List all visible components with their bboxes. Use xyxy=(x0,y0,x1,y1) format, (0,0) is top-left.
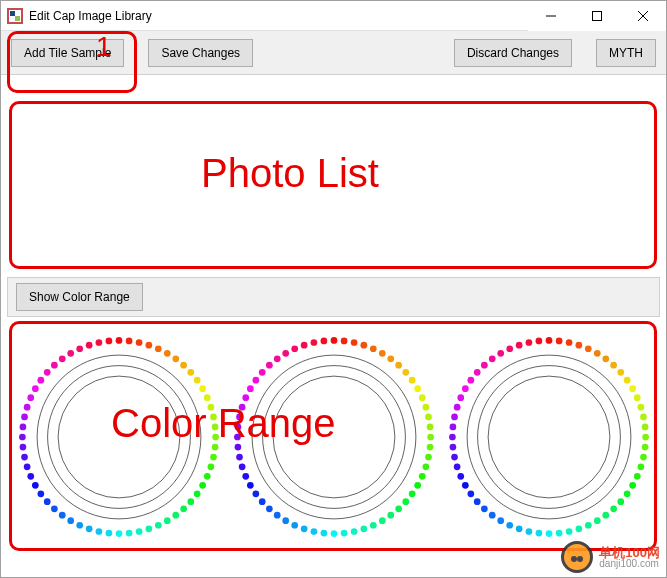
svg-point-81 xyxy=(395,362,402,369)
svg-point-129 xyxy=(282,350,289,357)
svg-point-147 xyxy=(629,385,636,392)
svg-point-11 xyxy=(115,337,122,344)
svg-point-34 xyxy=(180,505,187,512)
svg-point-48 xyxy=(51,505,58,512)
svg-rect-3 xyxy=(15,16,20,21)
svg-point-96 xyxy=(402,498,409,505)
close-button[interactable] xyxy=(620,1,666,31)
close-icon xyxy=(638,11,648,21)
svg-point-117 xyxy=(236,454,243,461)
myth-button[interactable]: MYTH xyxy=(596,39,656,67)
svg-point-107 xyxy=(300,526,307,533)
svg-point-132 xyxy=(310,339,317,346)
svg-point-63 xyxy=(43,369,50,376)
svg-point-78 xyxy=(369,345,376,352)
svg-point-45 xyxy=(76,522,83,529)
svg-point-30 xyxy=(203,473,210,480)
svg-point-55 xyxy=(19,444,26,451)
window-title: Edit Cap Image Library xyxy=(29,9,528,23)
svg-rect-5 xyxy=(593,12,602,21)
svg-point-112 xyxy=(258,498,265,505)
svg-point-135 xyxy=(477,366,620,509)
svg-point-114 xyxy=(246,482,253,489)
svg-point-131 xyxy=(300,342,307,349)
svg-point-73 xyxy=(252,355,416,519)
svg-point-71 xyxy=(273,376,395,498)
svg-point-44 xyxy=(85,526,92,533)
svg-point-182 xyxy=(449,434,456,441)
save-changes-button[interactable]: Save Changes xyxy=(148,39,253,67)
svg-point-14 xyxy=(145,342,152,349)
svg-point-8 xyxy=(58,376,180,498)
svg-point-152 xyxy=(642,434,649,441)
svg-point-86 xyxy=(422,404,429,411)
svg-point-88 xyxy=(426,424,433,431)
svg-point-54 xyxy=(21,454,28,461)
svg-point-116 xyxy=(238,463,245,470)
svg-point-68 xyxy=(85,342,92,349)
svg-point-93 xyxy=(418,473,425,480)
svg-point-19 xyxy=(187,369,194,376)
svg-point-41 xyxy=(115,530,122,537)
svg-point-60 xyxy=(27,394,34,401)
app-window: Edit Cap Image Library Add Tile Sample S… xyxy=(0,0,667,578)
svg-point-192 xyxy=(497,350,504,357)
svg-point-95 xyxy=(408,490,415,497)
minimize-button[interactable] xyxy=(528,1,574,31)
svg-point-106 xyxy=(310,528,317,535)
svg-point-167 xyxy=(545,530,552,537)
svg-point-155 xyxy=(637,463,644,470)
maximize-button[interactable] xyxy=(574,1,620,31)
show-color-range-button[interactable]: Show Color Range xyxy=(16,283,143,311)
svg-point-29 xyxy=(207,463,214,470)
svg-point-183 xyxy=(449,424,456,431)
svg-point-121 xyxy=(236,414,243,421)
svg-point-72 xyxy=(262,366,405,509)
svg-point-109 xyxy=(282,517,289,524)
svg-point-49 xyxy=(43,498,50,505)
svg-point-189 xyxy=(473,369,480,376)
svg-point-138 xyxy=(555,338,562,345)
svg-point-181 xyxy=(449,444,456,451)
svg-point-69 xyxy=(95,339,102,346)
svg-point-185 xyxy=(453,404,460,411)
watermark-line2: danji100.com xyxy=(599,559,660,569)
svg-point-149 xyxy=(637,404,644,411)
svg-point-176 xyxy=(467,490,474,497)
svg-point-51 xyxy=(31,482,38,489)
svg-point-66 xyxy=(67,350,74,357)
svg-point-17 xyxy=(172,355,179,362)
maximize-icon xyxy=(592,11,602,21)
minimize-icon xyxy=(546,11,556,21)
svg-point-196 xyxy=(535,338,542,345)
svg-point-26 xyxy=(212,434,219,441)
svg-point-62 xyxy=(37,377,44,384)
svg-point-159 xyxy=(617,498,624,505)
svg-point-180 xyxy=(451,454,458,461)
svg-point-161 xyxy=(602,512,609,519)
svg-point-139 xyxy=(565,339,572,346)
svg-point-101 xyxy=(360,526,367,533)
svg-point-168 xyxy=(535,530,542,537)
svg-point-160 xyxy=(610,505,617,512)
svg-point-146 xyxy=(623,377,630,384)
svg-point-16 xyxy=(163,350,170,357)
svg-point-137 xyxy=(545,337,552,344)
discard-changes-button[interactable]: Discard Changes xyxy=(454,39,572,67)
svg-point-127 xyxy=(266,362,273,369)
add-tile-sample-button[interactable]: Add Tile Sample xyxy=(11,39,124,67)
svg-point-90 xyxy=(426,444,433,451)
svg-point-47 xyxy=(58,512,65,519)
svg-point-80 xyxy=(387,355,394,362)
svg-point-99 xyxy=(378,517,385,524)
svg-point-35 xyxy=(172,512,179,519)
svg-point-143 xyxy=(602,355,609,362)
svg-point-59 xyxy=(23,404,30,411)
svg-point-92 xyxy=(422,463,429,470)
svg-point-173 xyxy=(488,512,495,519)
svg-point-28 xyxy=(210,454,217,461)
svg-point-158 xyxy=(623,490,630,497)
svg-point-163 xyxy=(584,522,591,529)
svg-point-179 xyxy=(453,463,460,470)
svg-point-85 xyxy=(418,394,425,401)
